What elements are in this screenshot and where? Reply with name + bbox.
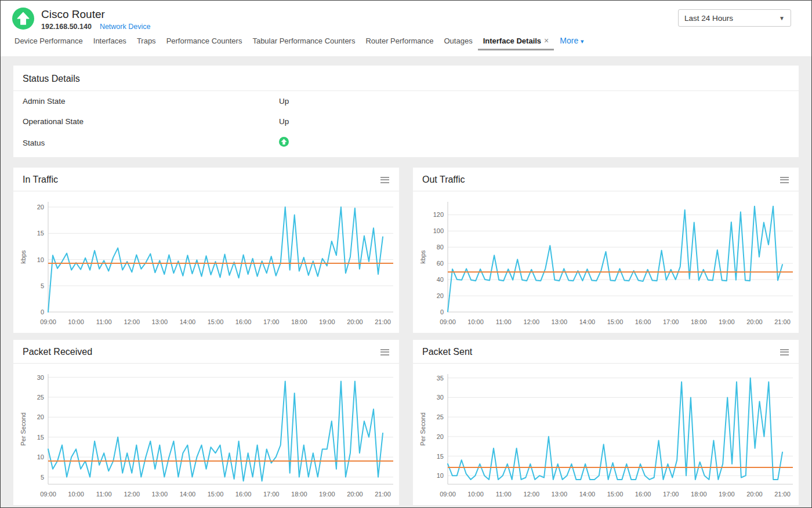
in-traffic-chart-title: In Traffic (23, 175, 58, 185)
svg-text:13:00: 13:00 (152, 491, 168, 498)
status-row-label: Admin State (23, 97, 279, 106)
svg-text:18:00: 18:00 (291, 491, 307, 498)
device-snapshot-page: { "header": { "device_name": "Cisco Rout… (0, 0, 812, 508)
device-type-link[interactable]: Network Device (100, 23, 151, 31)
svg-text:19:00: 19:00 (719, 491, 735, 498)
svg-text:17:00: 17:00 (263, 491, 280, 498)
tab-bar: Device PerformanceInterfacesTrapsPerform… (12, 36, 791, 50)
svg-text:5: 5 (41, 474, 44, 481)
svg-text:20:00: 20:00 (347, 318, 363, 325)
tab-tabular-performance-counters[interactable]: Tabular Performance Counters (247, 37, 360, 50)
chart-menu-icon[interactable] (780, 175, 789, 185)
packet-received-chart-title: Packet Received (23, 347, 92, 357)
tab-more-menu[interactable]: More ▾ (554, 36, 587, 50)
svg-text:60: 60 (437, 260, 444, 267)
svg-text:12:00: 12:00 (124, 491, 140, 498)
svg-text:21:00: 21:00 (375, 318, 391, 325)
tab-close-icon[interactable]: × (544, 36, 549, 45)
out-traffic-chart: 02040608010012009:0010:0011:0012:0013:00… (413, 191, 799, 331)
status-up-icon (279, 137, 789, 148)
svg-text:19:00: 19:00 (719, 318, 735, 325)
tab-interfaces[interactable]: Interfaces (88, 37, 132, 50)
svg-text:11:00: 11:00 (496, 491, 512, 498)
svg-text:25: 25 (437, 413, 444, 420)
svg-text:15:00: 15:00 (208, 491, 224, 498)
packet-received-chart-panel: Packet Received5101520253009:0010:0011:0… (13, 340, 399, 505)
chart-menu-icon[interactable] (380, 175, 390, 185)
out-traffic-chart-title: Out Traffic (422, 175, 465, 185)
svg-text:100: 100 (433, 227, 444, 234)
svg-text:18:00: 18:00 (291, 318, 307, 325)
svg-text:kbps: kbps (20, 250, 27, 264)
in-traffic-chart-panel: In Traffic0510152009:0010:0011:0012:0013… (13, 168, 399, 333)
svg-text:20: 20 (37, 204, 44, 211)
svg-text:17:00: 17:00 (663, 318, 679, 325)
dropdown-caret-icon: ▼ (779, 15, 785, 21)
chart-menu-icon[interactable] (380, 347, 390, 357)
svg-text:20:00: 20:00 (746, 318, 763, 325)
svg-text:17:00: 17:00 (263, 318, 280, 325)
svg-text:14:00: 14:00 (180, 318, 196, 325)
out-traffic-chart-panel: Out Traffic02040608010012009:0010:0011:0… (413, 168, 799, 333)
svg-text:20: 20 (37, 413, 44, 420)
svg-text:15:00: 15:00 (607, 491, 624, 498)
status-details-rows: Admin StateUpOperational StateUpStatus (13, 91, 799, 154)
main-content: Status Details Admin StateUpOperational … (1, 56, 811, 505)
status-row-status: Status (13, 132, 799, 154)
svg-text:11:00: 11:00 (496, 318, 512, 325)
status-row-operational-state: Operational StateUp (13, 111, 799, 132)
svg-text:16:00: 16:00 (635, 318, 651, 325)
svg-text:14:00: 14:00 (579, 318, 596, 325)
svg-text:21:00: 21:00 (774, 491, 791, 498)
svg-text:40: 40 (437, 276, 444, 283)
svg-text:19:00: 19:00 (319, 491, 335, 498)
svg-text:30: 30 (37, 374, 44, 381)
svg-text:Per Second: Per Second (20, 412, 27, 445)
tab-performance-counters[interactable]: Performance Counters (161, 37, 248, 50)
svg-text:0: 0 (41, 309, 44, 315)
out-traffic-plot: 02040608010012009:0010:0011:0012:0013:00… (415, 195, 799, 328)
svg-text:09:00: 09:00 (440, 491, 456, 498)
up-arrow-icon (279, 137, 289, 147)
tab-traps[interactable]: Traps (132, 37, 161, 50)
svg-text:20: 20 (437, 292, 444, 299)
svg-text:14:00: 14:00 (180, 491, 196, 498)
tab-interface-details[interactable]: Interface Details× (478, 36, 554, 50)
svg-text:20: 20 (437, 433, 444, 440)
time-range-value: Last 24 Hours (684, 14, 733, 23)
svg-text:14:00: 14:00 (579, 491, 596, 498)
more-caret-icon: ▾ (581, 38, 584, 45)
status-row-admin-state: Admin StateUp (13, 91, 799, 111)
svg-text:10:00: 10:00 (68, 318, 84, 325)
svg-text:12:00: 12:00 (524, 318, 540, 325)
tab-outages[interactable]: Outages (439, 37, 478, 50)
up-arrow-icon (12, 8, 34, 30)
svg-text:15:00: 15:00 (607, 318, 624, 325)
svg-text:18:00: 18:00 (691, 491, 707, 498)
tab-device-performance[interactable]: Device Performance (14, 37, 88, 50)
svg-text:11:00: 11:00 (96, 491, 112, 498)
svg-text:30: 30 (437, 394, 444, 401)
device-status-up-icon (12, 8, 34, 30)
chart-menu-icon[interactable] (780, 347, 789, 357)
time-range-dropdown[interactable]: Last 24 Hours ▼ (678, 9, 791, 27)
svg-text:5: 5 (41, 282, 44, 289)
svg-text:09:00: 09:00 (440, 318, 456, 325)
svg-text:10:00: 10:00 (467, 491, 484, 498)
packet-sent-chart: 10152025303509:0010:0011:0012:0013:0014:… (413, 364, 799, 503)
device-ip: 192.168.50.140 (41, 23, 92, 31)
tab-router-performance[interactable]: Router Performance (360, 37, 438, 50)
svg-text:10:00: 10:00 (467, 318, 484, 325)
packet-sent-chart-title: Packet Sent (422, 347, 472, 357)
svg-text:15: 15 (37, 434, 44, 441)
svg-text:17:00: 17:00 (663, 491, 679, 498)
svg-text:80: 80 (437, 244, 444, 251)
svg-text:16:00: 16:00 (235, 491, 252, 498)
svg-text:16:00: 16:00 (235, 318, 252, 325)
device-title: Cisco Router (41, 8, 150, 21)
in-traffic-chart: 0510152009:0010:0011:0012:0013:0014:0015… (13, 191, 399, 331)
svg-text:18:00: 18:00 (691, 318, 707, 325)
status-row-label: Operational State (23, 117, 279, 126)
svg-text:11:00: 11:00 (96, 318, 112, 325)
svg-text:15: 15 (37, 230, 44, 237)
